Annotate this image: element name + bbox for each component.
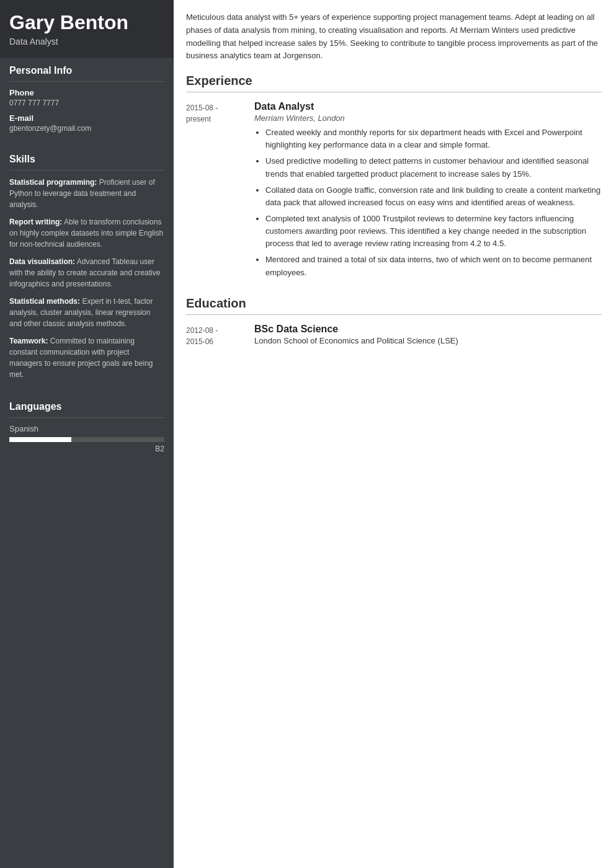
experience-section: Experience 2015-08 -present Data Analyst…	[186, 74, 602, 283]
phone-label: Phone	[9, 88, 164, 97]
skill-item-3: Data visualisation: Advanced Tableau use…	[9, 256, 164, 290]
experience-bullets-1: Created weekly and monthly reports for s…	[254, 126, 602, 279]
email-value: gbentonzety@gmail.com	[9, 124, 164, 133]
lang-bar-container-1	[9, 437, 164, 442]
skill-item-4: Statistical methods: Expert in t-test, f…	[9, 296, 164, 329]
experience-date-text-1: 2015-08 -present	[186, 104, 218, 123]
skills-section: Skills Statistical programming: Proficie…	[0, 146, 174, 394]
experience-heading: Experience	[186, 74, 602, 92]
education-heading: Education	[186, 296, 602, 315]
phone-value: 0777 777 7777	[9, 99, 164, 107]
skills-heading: Skills	[9, 146, 164, 170]
experience-date-1: 2015-08 -present	[186, 101, 254, 283]
education-date-text-1: 2012-08 -2015-06	[186, 326, 218, 346]
skill-label-1: Statistical programming:	[9, 178, 97, 187]
skill-item-1: Statistical programming: Proficient user…	[9, 177, 164, 210]
lang-bar-fill-1	[9, 437, 71, 442]
bullet-1-3: Collated data on Google traffic, convers…	[265, 184, 602, 209]
summary-text: Meticulous data analyst with 5+ years of…	[186, 11, 602, 63]
degree-1: BSc Data Science	[254, 324, 602, 335]
skill-label-5: Teamwork:	[9, 337, 48, 345]
skill-label-3: Data visualisation:	[9, 257, 75, 266]
sidebar-header: Gary Benton Data Analyst	[0, 0, 174, 58]
education-entry-1: 2012-08 -2015-06 BSc Data Science London…	[186, 324, 602, 347]
lang-level-1: B2	[9, 445, 164, 453]
education-date-1: 2012-08 -2015-06	[186, 324, 254, 347]
skill-item-5: Teamwork: Committed to maintaining const…	[9, 335, 164, 380]
candidate-name: Gary Benton	[9, 11, 164, 34]
bullet-1-1: Created weekly and monthly reports for s…	[265, 126, 602, 151]
bullet-1-2: Used predictive modelling to detect patt…	[265, 155, 602, 180]
candidate-title: Data Analyst	[9, 37, 164, 46]
bullet-1-4: Completed text analysis of 1000 Trustpil…	[265, 213, 602, 250]
bullet-1-5: Mentored and trained a total of six data…	[265, 254, 602, 278]
education-section: Education 2012-08 -2015-06 BSc Data Scie…	[186, 296, 602, 347]
languages-section: Languages Spanish B2	[0, 394, 174, 461]
skill-label-4: Statistical methods:	[9, 297, 80, 306]
job-title-1: Data Analyst	[254, 101, 602, 112]
personal-info-heading: Personal Info	[9, 58, 164, 82]
school-1: London School of Economics and Political…	[254, 336, 602, 345]
education-content-1: BSc Data Science London School of Econom…	[254, 324, 602, 347]
skill-item-2: Report writing: Able to transform conclu…	[9, 216, 164, 250]
experience-entry-1: 2015-08 -present Data Analyst Merriam Wi…	[186, 101, 602, 283]
sidebar: Gary Benton Data Analyst Personal Info P…	[0, 0, 174, 868]
company-1: Merriam Winters, London	[254, 113, 602, 123]
main-content: Meticulous data analyst with 5+ years of…	[174, 0, 614, 868]
skill-label-2: Report writing:	[9, 218, 62, 226]
languages-heading: Languages	[9, 394, 164, 418]
personal-info-section: Personal Info Phone 0777 777 7777 E-mail…	[0, 58, 174, 146]
experience-content-1: Data Analyst Merriam Winters, London Cre…	[254, 101, 602, 283]
email-label: E-mail	[9, 113, 164, 123]
lang-name-1: Spanish	[9, 424, 164, 433]
